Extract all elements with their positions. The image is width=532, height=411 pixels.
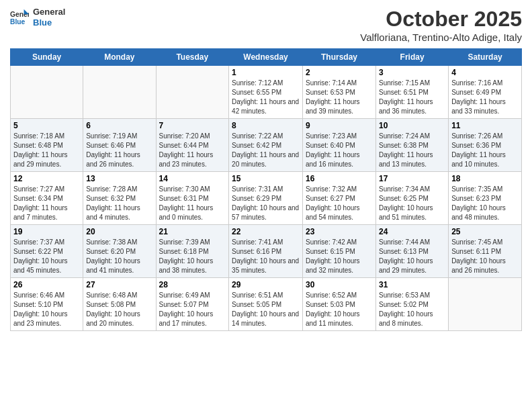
cell-text: Sunrise: 7:20 AM Sunset: 6:44 PM Dayligh… [159,132,226,169]
date-number: 25 [451,227,519,236]
calendar-cell: 8Sunrise: 7:22 AM Sunset: 6:42 PM Daylig… [229,119,303,172]
cell-text: Sunrise: 7:31 AM Sunset: 6:29 PM Dayligh… [232,185,300,222]
calendar-cell: 24Sunrise: 7:44 AM Sunset: 6:13 PM Dayli… [375,225,448,278]
date-number: 24 [379,227,445,236]
calendar-cell [11,66,83,119]
month-title: October 2025 [360,7,522,32]
cell-text: Sunrise: 7:19 AM Sunset: 6:46 PM Dayligh… [86,132,152,169]
calendar-cell: 15Sunrise: 7:31 AM Sunset: 6:29 PM Dayli… [229,172,303,225]
date-number: 17 [379,174,445,183]
calendar-cell: 18Sunrise: 7:35 AM Sunset: 6:23 PM Dayli… [449,172,522,225]
day-header-monday: Monday [83,49,156,66]
logo: General Blue General Blue [10,7,65,28]
week-row-2: 5Sunrise: 7:18 AM Sunset: 6:48 PM Daylig… [11,119,522,172]
calendar-cell: 1Sunrise: 7:12 AM Sunset: 6:55 PM Daylig… [229,66,303,119]
week-row-5: 26Sunrise: 6:46 AM Sunset: 5:10 PM Dayli… [11,278,522,331]
cell-text: Sunrise: 7:28 AM Sunset: 6:32 PM Dayligh… [86,185,152,222]
date-number: 16 [306,174,373,183]
calendar-cell: 31Sunrise: 6:53 AM Sunset: 5:02 PM Dayli… [375,278,448,331]
date-number: 5 [13,121,80,130]
day-header-friday: Friday [375,49,448,66]
calendar-cell: 30Sunrise: 6:52 AM Sunset: 5:03 PM Dayli… [302,278,375,331]
calendar-cell: 16Sunrise: 7:32 AM Sunset: 6:27 PM Dayli… [302,172,375,225]
date-number: 2 [306,68,373,77]
calendar-cell: 14Sunrise: 7:30 AM Sunset: 6:31 PM Dayli… [156,172,229,225]
date-number: 7 [159,121,226,130]
date-number: 31 [379,280,445,289]
cell-text: Sunrise: 7:44 AM Sunset: 6:13 PM Dayligh… [379,238,445,275]
cell-text: Sunrise: 7:26 AM Sunset: 6:36 PM Dayligh… [451,132,519,169]
date-number: 1 [232,68,300,77]
calendar-cell: 7Sunrise: 7:20 AM Sunset: 6:44 PM Daylig… [156,119,229,172]
date-number: 15 [232,174,300,183]
cell-text: Sunrise: 6:51 AM Sunset: 5:05 PM Dayligh… [232,291,300,328]
cell-text: Sunrise: 7:23 AM Sunset: 6:40 PM Dayligh… [306,132,373,169]
logo-icon: General Blue [10,8,29,27]
cell-text: Sunrise: 7:27 AM Sunset: 6:34 PM Dayligh… [13,185,80,222]
date-number: 12 [13,174,80,183]
calendar-cell: 2Sunrise: 7:14 AM Sunset: 6:53 PM Daylig… [302,66,375,119]
cell-text: Sunrise: 7:16 AM Sunset: 6:49 PM Dayligh… [451,79,519,116]
calendar-cell: 22Sunrise: 7:41 AM Sunset: 6:16 PM Dayli… [229,225,303,278]
date-number: 23 [306,227,373,236]
calendar-cell: 11Sunrise: 7:26 AM Sunset: 6:36 PM Dayli… [449,119,522,172]
date-number: 18 [451,174,519,183]
cell-text: Sunrise: 6:52 AM Sunset: 5:03 PM Dayligh… [306,291,373,328]
date-number: 20 [86,227,152,236]
calendar-cell: 25Sunrise: 7:45 AM Sunset: 6:11 PM Dayli… [449,225,522,278]
week-row-4: 19Sunrise: 7:37 AM Sunset: 6:22 PM Dayli… [11,225,522,278]
cell-text: Sunrise: 7:30 AM Sunset: 6:31 PM Dayligh… [159,185,226,222]
calendar-cell: 6Sunrise: 7:19 AM Sunset: 6:46 PM Daylig… [83,119,156,172]
date-number: 10 [379,121,445,130]
calendar-cell: 12Sunrise: 7:27 AM Sunset: 6:34 PM Dayli… [11,172,83,225]
week-row-3: 12Sunrise: 7:27 AM Sunset: 6:34 PM Dayli… [11,172,522,225]
cell-text: Sunrise: 7:18 AM Sunset: 6:48 PM Dayligh… [13,132,80,169]
cell-text: Sunrise: 7:35 AM Sunset: 6:23 PM Dayligh… [451,185,519,222]
cell-text: Sunrise: 7:24 AM Sunset: 6:38 PM Dayligh… [379,132,445,169]
header-row: SundayMondayTuesdayWednesdayThursdayFrid… [11,49,522,66]
date-number: 21 [159,227,226,236]
calendar-cell: 10Sunrise: 7:24 AM Sunset: 6:38 PM Dayli… [375,119,448,172]
calendar-cell: 29Sunrise: 6:51 AM Sunset: 5:05 PM Dayli… [229,278,303,331]
date-number: 8 [232,121,300,130]
date-number: 4 [451,68,519,77]
calendar-cell: 4Sunrise: 7:16 AM Sunset: 6:49 PM Daylig… [449,66,522,119]
logo-line1: General [33,7,65,17]
calendar-cell: 5Sunrise: 7:18 AM Sunset: 6:48 PM Daylig… [11,119,83,172]
date-number: 26 [13,280,80,289]
date-number: 3 [379,68,445,77]
calendar-cell [156,66,229,119]
cell-text: Sunrise: 7:41 AM Sunset: 6:16 PM Dayligh… [232,238,300,275]
calendar-cell: 28Sunrise: 6:49 AM Sunset: 5:07 PM Dayli… [156,278,229,331]
day-header-wednesday: Wednesday [229,49,303,66]
cell-text: Sunrise: 7:39 AM Sunset: 6:18 PM Dayligh… [159,238,226,275]
date-number: 11 [451,121,519,130]
calendar-cell: 19Sunrise: 7:37 AM Sunset: 6:22 PM Dayli… [11,225,83,278]
calendar-cell: 26Sunrise: 6:46 AM Sunset: 5:10 PM Dayli… [11,278,83,331]
calendar-cell [83,66,156,119]
calendar-cell: 27Sunrise: 6:48 AM Sunset: 5:08 PM Dayli… [83,278,156,331]
date-number: 29 [232,280,300,289]
calendar-cell: 13Sunrise: 7:28 AM Sunset: 6:32 PM Dayli… [83,172,156,225]
date-number: 28 [159,280,226,289]
date-number: 6 [86,121,152,130]
cell-text: Sunrise: 7:45 AM Sunset: 6:11 PM Dayligh… [451,238,519,275]
date-number: 19 [13,227,80,236]
date-number: 9 [306,121,373,130]
date-number: 22 [232,227,300,236]
calendar-table: SundayMondayTuesdayWednesdayThursdayFrid… [10,48,522,331]
week-row-1: 1Sunrise: 7:12 AM Sunset: 6:55 PM Daylig… [11,66,522,119]
cell-text: Sunrise: 7:22 AM Sunset: 6:42 PM Dayligh… [232,132,300,169]
calendar-cell: 21Sunrise: 7:39 AM Sunset: 6:18 PM Dayli… [156,225,229,278]
cell-text: Sunrise: 7:34 AM Sunset: 6:25 PM Dayligh… [379,185,445,222]
date-number: 14 [159,174,226,183]
cell-text: Sunrise: 6:46 AM Sunset: 5:10 PM Dayligh… [13,291,80,328]
svg-text:Blue: Blue [10,18,26,26]
cell-text: Sunrise: 7:12 AM Sunset: 6:55 PM Dayligh… [232,79,300,116]
logo-line2: Blue [33,17,65,28]
day-header-saturday: Saturday [449,49,522,66]
calendar-cell: 9Sunrise: 7:23 AM Sunset: 6:40 PM Daylig… [302,119,375,172]
cell-text: Sunrise: 7:38 AM Sunset: 6:20 PM Dayligh… [86,238,152,275]
cell-text: Sunrise: 7:14 AM Sunset: 6:53 PM Dayligh… [306,79,373,116]
cell-text: Sunrise: 7:42 AM Sunset: 6:15 PM Dayligh… [306,238,373,275]
